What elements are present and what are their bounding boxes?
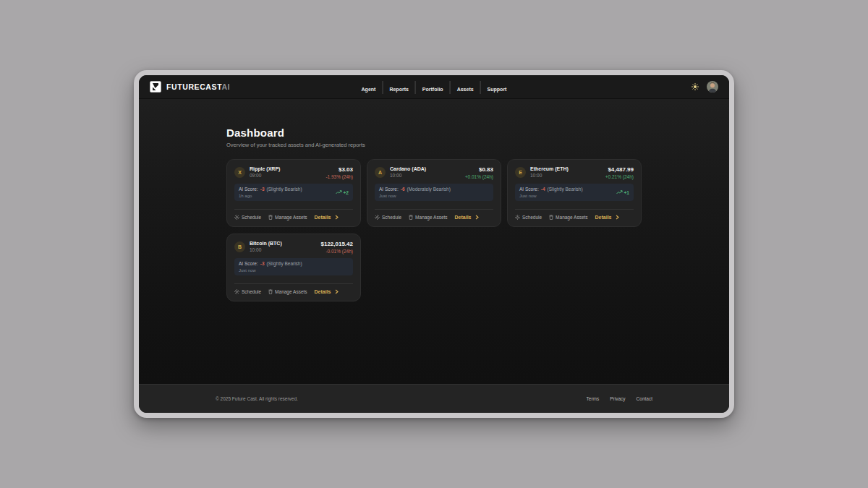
asset-coin-icon: X bbox=[234, 167, 245, 178]
chevron-right-icon bbox=[475, 215, 479, 220]
schedule-button[interactable]: Schedule bbox=[515, 215, 542, 220]
schedule-button[interactable]: Schedule bbox=[375, 215, 401, 220]
ai-score-updated: Just now bbox=[379, 194, 451, 198]
asset-schedule-time: 10:00 bbox=[390, 173, 426, 178]
ai-score-panel: AI Score: -6 (Moderately Bearish) Just n… bbox=[375, 184, 493, 201]
ai-score-updated: Just now bbox=[239, 268, 302, 273]
nav-item-agent[interactable]: Agent bbox=[355, 81, 383, 94]
footer-link-contact[interactable]: Contact bbox=[637, 396, 652, 401]
schedule-button[interactable]: Schedule bbox=[234, 215, 261, 220]
ai-score-sentiment: (Slightly Bearish) bbox=[267, 187, 302, 192]
chevron-right-icon bbox=[335, 289, 339, 294]
asset-change: -1.93% (24h) bbox=[326, 174, 353, 179]
trend-up-icon bbox=[336, 190, 342, 194]
asset-card-ripple: X Ripple (XRP) 09:00 $3.03 -1.93% (24h) bbox=[226, 159, 361, 227]
main-content: Dashboard Overview of your tracked asset… bbox=[139, 99, 729, 384]
copyright-text: © 2025 Future Cast. All rights reserved. bbox=[216, 396, 298, 401]
schedule-button[interactable]: Schedule bbox=[234, 289, 261, 294]
chevron-right-icon bbox=[335, 215, 339, 220]
ai-score-value: -4 bbox=[541, 187, 545, 192]
chevron-right-icon bbox=[616, 215, 619, 220]
ai-score-updated: 1h ago bbox=[239, 194, 302, 198]
footer-link-privacy[interactable]: Privacy bbox=[610, 396, 625, 401]
asset-price: $3.03 bbox=[339, 166, 353, 173]
footer-link-terms[interactable]: Terms bbox=[587, 396, 600, 401]
top-navigation-bar: FUTURECASTAI Agent Reports Portfolio Ass… bbox=[139, 75, 729, 99]
brand-name: FUTURECASTAI bbox=[166, 82, 230, 91]
sun-icon bbox=[692, 83, 699, 90]
asset-card-cardano: A Cardano (ADA) 10:00 $0.83 +0.01% (24h) bbox=[367, 159, 501, 227]
topbar-right bbox=[692, 81, 718, 93]
avatar-image bbox=[707, 81, 718, 93]
user-avatar[interactable] bbox=[707, 81, 718, 93]
asset-name: Ethereum (ETH) bbox=[530, 166, 569, 171]
card-divider bbox=[234, 283, 353, 284]
trend-badge: +2 bbox=[336, 190, 349, 195]
asset-change: +0.21% (24h) bbox=[605, 174, 634, 179]
ai-score-sentiment: (Slightly Bearish) bbox=[548, 187, 583, 192]
asset-price: $0.83 bbox=[479, 166, 493, 173]
asset-card-bitcoin: B Bitcoin (BTC) 10:00 $122,015.42 -0.01%… bbox=[226, 234, 361, 301]
ai-score-label: AI Score: bbox=[239, 261, 258, 266]
details-button[interactable]: Details bbox=[455, 215, 479, 220]
asset-price: $4,487.99 bbox=[608, 166, 634, 173]
trash-icon bbox=[268, 289, 273, 294]
page-title: Dashboard bbox=[226, 127, 642, 139]
trash-icon bbox=[549, 215, 553, 220]
ai-score-value: -3 bbox=[260, 261, 265, 266]
app-window: FUTURECASTAI Agent Reports Portfolio Ass… bbox=[134, 70, 734, 418]
manage-assets-button[interactable]: Manage Assets bbox=[268, 289, 307, 294]
ai-score-sentiment: (Moderately Bearish) bbox=[407, 187, 451, 192]
ai-score-sentiment: (Slightly Bearish) bbox=[267, 261, 302, 266]
ai-score-value: -6 bbox=[401, 187, 405, 192]
nav-item-support[interactable]: Support bbox=[480, 81, 514, 94]
trash-icon bbox=[268, 215, 273, 220]
asset-coin-icon: E bbox=[515, 167, 526, 178]
gear-icon bbox=[375, 215, 380, 220]
asset-coin-icon: B bbox=[234, 241, 245, 252]
asset-schedule-time: 10:00 bbox=[250, 247, 282, 252]
brand-logo[interactable]: FUTURECASTAI bbox=[150, 81, 230, 93]
manage-assets-button[interactable]: Manage Assets bbox=[409, 215, 447, 220]
asset-schedule-time: 09:00 bbox=[250, 173, 280, 178]
ai-score-panel: AI Score: -3 (Slightly Bearish) Just now bbox=[234, 258, 353, 275]
trend-badge: +1 bbox=[616, 190, 629, 195]
theme-toggle-button[interactable] bbox=[692, 83, 699, 90]
card-divider bbox=[515, 209, 634, 210]
page-subtitle: Overview of your tracked assets and AI-g… bbox=[226, 142, 642, 148]
nav-item-reports[interactable]: Reports bbox=[382, 81, 414, 94]
trash-icon bbox=[409, 215, 413, 220]
asset-card-ethereum: E Ethereum (ETH) 10:00 $4,487.99 +0.21% … bbox=[507, 159, 642, 227]
ai-score-panel: AI Score: -3 (Slightly Bearish) 1h ago +… bbox=[234, 184, 353, 201]
nav-item-portfolio[interactable]: Portfolio bbox=[415, 81, 450, 94]
asset-name: Cardano (ADA) bbox=[390, 166, 426, 171]
details-button[interactable]: Details bbox=[595, 215, 619, 220]
ai-score-label: AI Score: bbox=[519, 187, 539, 192]
asset-coin-icon: A bbox=[375, 167, 386, 178]
details-button[interactable]: Details bbox=[315, 289, 339, 294]
ai-score-panel: AI Score: -4 (Slightly Bearish) Just now… bbox=[515, 184, 634, 201]
manage-assets-button[interactable]: Manage Assets bbox=[549, 215, 587, 220]
asset-change: -0.01% (24h) bbox=[326, 249, 353, 254]
manage-assets-button[interactable]: Manage Assets bbox=[268, 215, 307, 220]
main-nav: Agent Reports Portfolio Assets Support bbox=[355, 75, 514, 99]
asset-price: $122,015.42 bbox=[321, 241, 354, 247]
trend-up-icon bbox=[616, 190, 623, 194]
logo-icon bbox=[150, 81, 161, 93]
asset-change: +0.01% (24h) bbox=[465, 174, 493, 179]
ai-score-updated: Just now bbox=[519, 194, 583, 198]
ai-score-value: -3 bbox=[260, 187, 265, 192]
card-divider bbox=[234, 209, 353, 210]
nav-item-assets[interactable]: Assets bbox=[450, 81, 480, 94]
footer-links: Terms Privacy Contact bbox=[587, 396, 652, 401]
card-divider bbox=[375, 209, 493, 210]
asset-card-grid: X Ripple (XRP) 09:00 $3.03 -1.93% (24h) bbox=[226, 159, 642, 301]
gear-icon bbox=[234, 289, 239, 294]
ai-score-label: AI Score: bbox=[379, 187, 399, 192]
gear-icon bbox=[234, 215, 239, 220]
asset-name: Ripple (XRP) bbox=[250, 166, 280, 171]
details-button[interactable]: Details bbox=[315, 215, 339, 220]
asset-name: Bitcoin (BTC) bbox=[250, 241, 282, 246]
gear-icon bbox=[515, 215, 520, 220]
asset-schedule-time: 10:00 bbox=[530, 173, 569, 178]
